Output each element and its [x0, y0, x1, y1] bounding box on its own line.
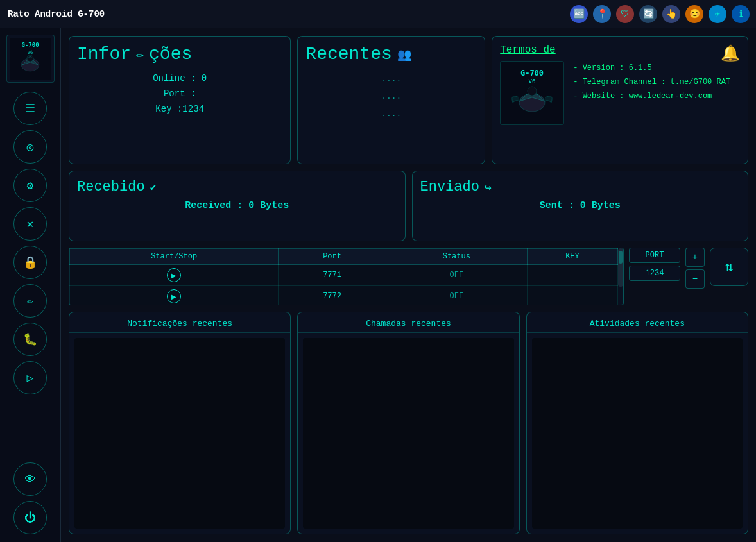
sidebar-logo: G-700 V6 — [6, 35, 55, 83]
face-icon[interactable]: 😊 — [685, 5, 703, 23]
server-table: Start/Stop Port Status KEY ▶ — [69, 248, 624, 305]
refresh-icon[interactable]: 🔄 — [639, 5, 657, 23]
col-key: KEY — [527, 249, 617, 265]
svg-text:G-700: G-700 — [21, 42, 39, 48]
version-info: - Version : 6.1.5 - Telegram Channel : t… — [573, 64, 730, 125]
add-remove-buttons: + − — [685, 248, 705, 305]
row2-port: 7772 — [279, 286, 386, 306]
received-title: Recebido ✔ — [77, 179, 397, 195]
row1-key — [527, 265, 617, 286]
website-text: - Website : www.ledear-dev.com — [573, 92, 730, 101]
connections-table: Start/Stop Port Status KEY ▶ — [69, 248, 618, 305]
calls-title: Chamadas recentes — [298, 312, 519, 333]
port-controls: PORT 1234 — [629, 248, 680, 305]
close-button[interactable]: ✕ — [13, 207, 47, 241]
right-panel-inner: G-700 V6 - Version — [500, 61, 740, 125]
activities-content — [532, 338, 743, 529]
target-button[interactable]: ◎ — [13, 130, 47, 164]
info-panel-title: Infor ✏ ções — [77, 44, 282, 64]
remove-server-button[interactable]: − — [685, 269, 705, 289]
table-row: ▶ 7772 OFF — [70, 286, 618, 306]
col-port: Port — [279, 249, 386, 265]
eye-button[interactable]: 👁 — [13, 462, 47, 496]
titlebar-icons: 🔤 📍 🛡 🔄 👆 😊 ✈ ℹ — [570, 5, 750, 23]
telegram-icon[interactable]: ✈ — [709, 5, 726, 23]
eagle-logo: G-700 V6 — [500, 61, 564, 125]
row2-status: OFF — [386, 286, 527, 306]
location-icon[interactable]: 📍 — [593, 5, 611, 23]
recent-dots-2: .... — [305, 92, 477, 101]
shield-icon[interactable]: 🛡 — [616, 5, 634, 23]
info-pen-icon: ✏ — [136, 46, 144, 62]
row1-start: ▶ — [70, 265, 279, 286]
svg-text:V6: V6 — [529, 78, 536, 85]
col-start-stop: Start/Stop — [70, 249, 279, 265]
recent-title-text: Recentes — [305, 44, 391, 64]
translate-icon[interactable]: 🔤 — [570, 5, 588, 23]
arrow-icon: ↪ — [485, 180, 492, 194]
terms-link[interactable]: Termos de — [500, 44, 740, 56]
info-icon[interactable]: ℹ — [732, 5, 750, 23]
bug-button[interactable]: 🐛 — [13, 323, 47, 356]
titlebar: Rato Android G-700 🔤 📍 🛡 🔄 👆 😊 ✈ ℹ — [0, 0, 756, 28]
svg-text:V6: V6 — [27, 50, 32, 55]
recent-dots-3: .... — [305, 109, 477, 119]
notifications-content — [74, 338, 285, 529]
activities-title: Atividades recentes — [527, 312, 748, 333]
activities-panel: Atividades recentes — [526, 312, 748, 534]
updown-button[interactable]: ⇅ — [710, 248, 748, 286]
port-label: Port : — [77, 89, 282, 99]
received-value: Received : 0 Bytes — [77, 200, 397, 211]
mid-row: Recebido ✔ Received : 0 Bytes Enviado ↪ … — [69, 171, 748, 241]
recent-users-icon: 👥 — [397, 47, 411, 62]
svg-point-13 — [528, 87, 537, 96]
sent-title: Enviado ↪ — [420, 179, 741, 195]
table-section: Start/Stop Port Status KEY ▶ — [69, 248, 748, 305]
content-area: Infor ✏ ções Online : 0 Port : Key :1234… — [61, 28, 756, 542]
bell-icon: 🔔 — [721, 44, 740, 63]
calls-content — [303, 338, 513, 529]
row2-key — [527, 286, 617, 306]
right-panel: 🔔 Termos de G-700 V6 — [492, 36, 748, 164]
play-button-2[interactable]: ▶ — [167, 289, 181, 303]
info-title-text: Infor — [77, 44, 131, 64]
table-scrollbar[interactable] — [618, 248, 623, 287]
app-title: Rato Android G-700 — [8, 9, 105, 19]
table-scroll-container: Start/Stop Port Status KEY ▶ — [69, 248, 623, 305]
play-sidebar-button[interactable]: ▷ — [13, 361, 47, 394]
menu-button[interactable]: ☰ — [13, 92, 47, 125]
recent-dots-1: .... — [305, 74, 477, 84]
row2-start: ▶ — [70, 286, 279, 306]
sent-title-text: Enviado — [420, 179, 479, 195]
pen-button[interactable]: ✏ — [13, 284, 47, 318]
sent-panel: Enviado ↪ Sent : 0 Bytes — [412, 171, 749, 241]
row1-port: 7771 — [279, 265, 386, 286]
main-container: G-700 V6 ☰ ◎ ⚙ ✕ 🔒 ✏ 🐛 ▷ 👁 ⏻ — [0, 28, 756, 542]
add-server-button[interactable]: + — [685, 248, 705, 267]
info-panel: Infor ✏ ções Online : 0 Port : Key :1234 — [69, 36, 291, 164]
notifications-title: Notificações recentes — [69, 312, 290, 333]
sent-value: Sent : 0 Bytes — [420, 200, 741, 211]
telegram-text: - Telegram Channel : t.me/G700_RAT — [573, 78, 730, 87]
table-row: ▶ 7771 OFF — [70, 265, 618, 286]
port-value[interactable]: 1234 — [629, 266, 680, 281]
power-button[interactable]: ⏻ — [13, 501, 47, 534]
play-button-1[interactable]: ▶ — [167, 268, 181, 282]
top-row: Infor ✏ ções Online : 0 Port : Key :1234… — [69, 36, 748, 164]
recent-panel-title: Recentes 👥 — [305, 44, 477, 64]
notifications-panel: Notificações recentes — [69, 312, 291, 534]
gear-button[interactable]: ⚙ — [13, 169, 47, 202]
port-label: PORT — [629, 248, 680, 263]
check-icon: ✔ — [150, 181, 157, 194]
version-text: - Version : 6.1.5 — [573, 64, 730, 72]
cursor-icon[interactable]: 👆 — [662, 5, 680, 23]
received-panel: Recebido ✔ Received : 0 Bytes — [69, 171, 406, 241]
col-status: Status — [386, 249, 527, 265]
online-label: Online : 0 — [77, 73, 282, 83]
scrollbar-thumb — [619, 251, 623, 264]
info-title-text2: ções — [149, 44, 192, 64]
svg-text:G-700: G-700 — [520, 69, 544, 78]
row1-status: OFF — [386, 265, 527, 286]
lock-button[interactable]: 🔒 — [13, 246, 47, 279]
bottom-row: Notificações recentes Chamadas recentes … — [69, 312, 748, 534]
